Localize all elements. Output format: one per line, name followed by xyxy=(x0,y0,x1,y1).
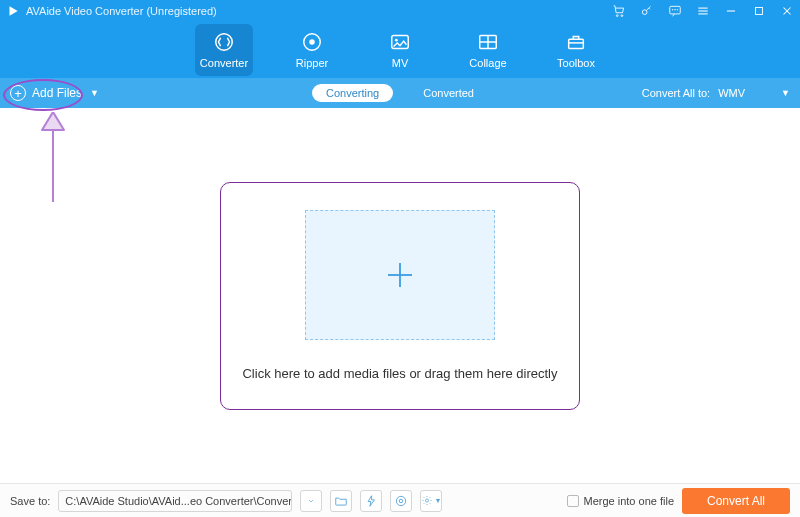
svg-point-19 xyxy=(395,39,398,42)
svg-marker-0 xyxy=(10,6,18,15)
settings-button[interactable]: ▼ xyxy=(420,490,442,512)
ripper-icon xyxy=(301,31,323,53)
tab-converted[interactable]: Converted xyxy=(409,84,488,102)
svg-point-27 xyxy=(397,496,406,505)
save-path-dropdown[interactable] xyxy=(300,490,322,512)
nav-toolbox[interactable]: Toolbox xyxy=(547,24,605,76)
nav-converter-label: Converter xyxy=(200,57,248,69)
chevron-down-icon: ▼ xyxy=(781,88,790,98)
save-path-field[interactable]: C:\AVAide Studio\AVAid...eo Converter\Co… xyxy=(58,490,292,512)
convert-all-group: Convert All to: WMV ▼ xyxy=(642,87,790,99)
svg-point-1 xyxy=(616,15,618,17)
toolbox-icon xyxy=(565,31,587,53)
svg-point-7 xyxy=(677,10,678,11)
convert-all-button[interactable]: Convert All xyxy=(682,488,790,514)
output-format-select[interactable]: WMV ▼ xyxy=(718,87,790,99)
svg-point-17 xyxy=(309,39,315,45)
main-nav: Converter Ripper MV Collage Toolbox xyxy=(0,22,800,78)
save-to-label: Save to: xyxy=(10,495,50,507)
plus-circle-icon: + xyxy=(10,85,26,101)
nav-ripper[interactable]: Ripper xyxy=(283,24,341,76)
nav-mv-label: MV xyxy=(392,57,409,69)
nav-mv[interactable]: MV xyxy=(371,24,429,76)
app-logo-icon xyxy=(6,4,20,18)
chevron-down-icon: ▼ xyxy=(90,88,99,98)
high-speed-button[interactable] xyxy=(390,490,412,512)
status-tabs: Converting Converted xyxy=(312,84,488,102)
add-files-label: Add Files xyxy=(32,86,82,100)
title-bar: AVAide Video Converter (Unregistered) xyxy=(0,0,800,22)
checkbox-icon xyxy=(567,495,579,507)
open-folder-button[interactable] xyxy=(330,490,352,512)
output-format-value: WMV xyxy=(718,87,745,99)
svg-point-2 xyxy=(621,15,623,17)
svg-point-3 xyxy=(642,10,647,15)
plus-icon xyxy=(382,257,418,293)
nav-converter[interactable]: Converter xyxy=(195,24,253,76)
merge-checkbox[interactable]: Merge into one file xyxy=(567,495,675,507)
mv-icon xyxy=(389,31,411,53)
svg-rect-23 xyxy=(569,39,584,48)
svg-point-5 xyxy=(672,10,673,11)
drop-zone[interactable] xyxy=(305,210,495,340)
drop-text: Click here to add media files or drag th… xyxy=(242,366,557,381)
maximize-icon[interactable] xyxy=(752,4,766,18)
feedback-icon[interactable] xyxy=(668,4,682,18)
svg-rect-12 xyxy=(756,8,763,15)
add-files-button[interactable]: + Add Files ▼ xyxy=(10,85,99,101)
footer: Save to: C:\AVAide Studio\AVAid...eo Con… xyxy=(0,483,800,517)
nav-toolbox-label: Toolbox xyxy=(557,57,595,69)
nav-collage[interactable]: Collage xyxy=(459,24,517,76)
merge-label: Merge into one file xyxy=(584,495,675,507)
cart-icon[interactable] xyxy=(612,4,626,18)
collage-icon xyxy=(477,31,499,53)
tab-converting[interactable]: Converting xyxy=(312,84,393,102)
converter-icon xyxy=(213,31,235,53)
hardware-accel-button[interactable] xyxy=(360,490,382,512)
svg-point-6 xyxy=(675,10,676,11)
svg-point-29 xyxy=(426,499,429,502)
chevron-down-icon: ▼ xyxy=(434,497,441,504)
main-area: Click here to add media files or drag th… xyxy=(0,108,800,483)
close-icon[interactable] xyxy=(780,4,794,18)
nav-collage-label: Collage xyxy=(469,57,506,69)
nav-ripper-label: Ripper xyxy=(296,57,328,69)
svg-point-28 xyxy=(400,499,404,503)
toolbar: + Add Files ▼ Converting Converted Conve… xyxy=(0,78,800,108)
drop-card[interactable]: Click here to add media files or drag th… xyxy=(220,182,580,410)
minimize-icon[interactable] xyxy=(724,4,738,18)
convert-all-label: Convert All to: xyxy=(642,87,710,99)
window-title: AVAide Video Converter (Unregistered) xyxy=(26,5,217,17)
key-icon[interactable] xyxy=(640,4,654,18)
menu-icon[interactable] xyxy=(696,4,710,18)
